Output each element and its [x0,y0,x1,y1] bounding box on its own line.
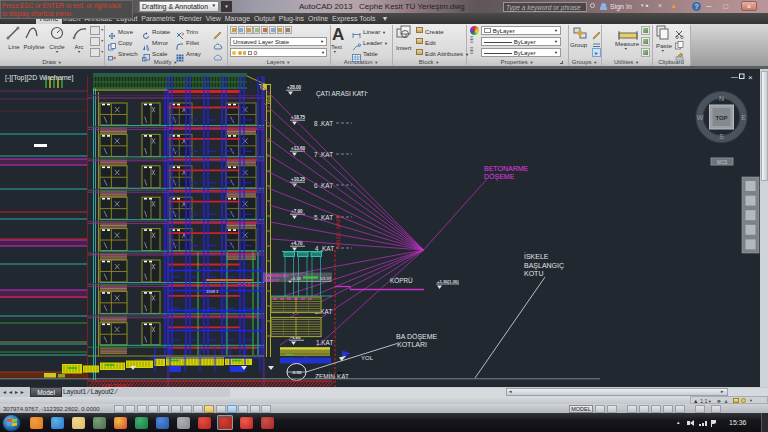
svg-text:-6.95: -6.95 [291,370,302,375]
svg-text:+10.25: +10.25 [291,177,306,182]
svg-text:5 .KAT: 5 .KAT [314,214,333,221]
svg-text:TOP: TOP [715,115,727,121]
svg-text:+28.00: +28.00 [287,85,302,90]
svg-text:▬▬: ▬▬ [286,352,294,356]
svg-text:4 .KAT: 4 .KAT [315,245,334,252]
svg-text:DÖŞEME: DÖŞEME [484,173,515,181]
svg-text:8 .KAT: 8 .KAT [314,120,333,127]
svg-text:[-][Top][2D Wireframe]: [-][Top][2D Wireframe] [5,74,74,82]
svg-text:W: W [697,114,704,121]
svg-text:BURDEX ADI: BURDEX ADI [265,274,289,278]
svg-text:WCS: WCS [717,160,728,165]
svg-text:1948 3: 1948 3 [206,289,219,294]
svg-text:E: E [741,114,746,121]
svg-text:KÖPRÜ: KÖPRÜ [390,277,413,284]
svg-text:ÇATI ARASI KATI: ÇATI ARASI KATI [316,90,366,98]
svg-text:S: S [719,133,724,140]
svg-text:KOTU: KOTU [524,270,543,277]
svg-text:+13.60: +13.60 [291,146,306,151]
svg-text:1/1.97: 1/1.97 [320,276,332,281]
svg-text:MB2.YY: MB2.YY [265,279,280,283]
svg-text:BA DÖŞEME: BA DÖŞEME [396,333,438,341]
svg-text:YOL: YOL [361,355,374,361]
svg-text:—: — [731,73,738,80]
svg-text:BAŞLANGIÇ: BAŞLANGIÇ [524,262,564,270]
svg-text:KOTLARI: KOTLARI [397,341,427,348]
svg-text:PARSEL SINIRI: PARSEL SINIRI [336,215,341,249]
svg-text:+4.70: +4.70 [291,241,303,246]
svg-text:+1.30(1.30): +1.30(1.30) [437,279,459,284]
svg-text:+3.18: +3.18 [291,276,302,281]
svg-text:×: × [748,73,753,82]
svg-text:BETONARME: BETONARME [484,165,529,172]
svg-text:İSKELE: İSKELE [524,252,549,260]
svg-text:N: N [719,95,724,102]
